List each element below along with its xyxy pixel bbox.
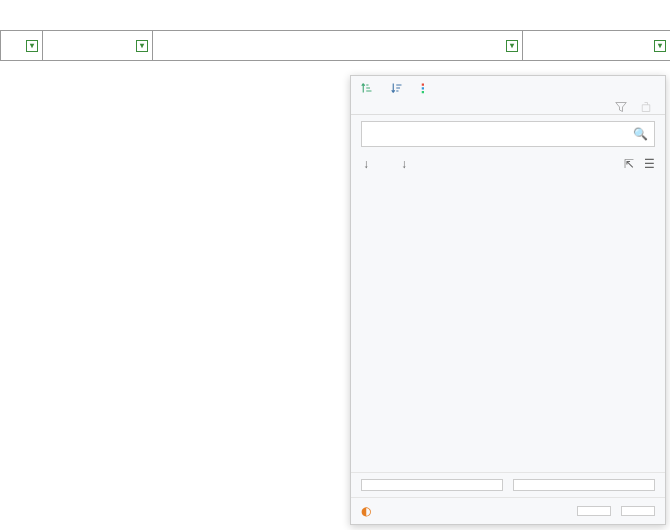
filter-panel: 🔍 ↓ ↓ ⇱ ☰ ◐: [350, 75, 666, 525]
dropdown-icon[interactable]: ▾: [654, 40, 666, 52]
cancel-button[interactable]: [621, 506, 655, 516]
clear-button[interactable]: [640, 101, 655, 113]
dropdown-icon[interactable]: ▾: [136, 40, 148, 52]
header-unit[interactable]: ▾: [153, 31, 523, 61]
svg-rect-1: [422, 87, 424, 89]
export-button[interactable]: ⇱: [624, 157, 634, 171]
header-spec[interactable]: ▾: [523, 31, 671, 61]
ok-button[interactable]: [577, 506, 611, 516]
search-icon[interactable]: 🔍: [627, 127, 654, 141]
filter-unique-button[interactable]: [361, 479, 503, 491]
dropdown-icon[interactable]: ▾: [506, 40, 518, 52]
filter-list: [351, 175, 665, 472]
header-name[interactable]: ▾: [43, 31, 153, 61]
search-input[interactable]: [362, 127, 627, 141]
col-name-header[interactable]: ↓: [361, 157, 369, 171]
col-count-header[interactable]: ↓: [399, 157, 407, 171]
dropdown-icon[interactable]: ▾: [26, 40, 38, 52]
color-sort-button[interactable]: [421, 82, 437, 94]
data-table: ▾ ▾ ▾ ▾: [0, 30, 670, 61]
svg-rect-2: [422, 91, 424, 93]
page-title: [0, 0, 670, 30]
text-filter-button[interactable]: [615, 101, 630, 113]
options-button[interactable]: ☰: [644, 157, 655, 171]
sort-asc-button[interactable]: [361, 82, 377, 94]
filter-duplicate-button[interactable]: [513, 479, 655, 491]
header-seq[interactable]: ▾: [1, 31, 43, 61]
sort-desc-button[interactable]: [391, 82, 407, 94]
svg-rect-0: [422, 84, 424, 86]
analysis-button[interactable]: ◐: [361, 504, 375, 518]
search-box: 🔍: [361, 121, 655, 147]
